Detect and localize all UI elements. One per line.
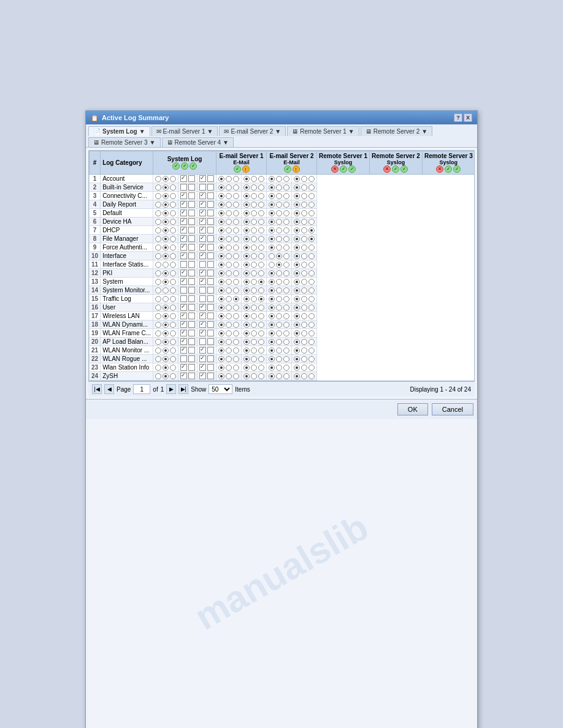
radio-button[interactable] bbox=[283, 313, 289, 319]
checkbox[interactable] bbox=[207, 244, 214, 251]
radio-button[interactable] bbox=[226, 373, 232, 379]
radio-button[interactable] bbox=[170, 270, 176, 276]
radio-button[interactable] bbox=[301, 365, 307, 371]
radio-button[interactable] bbox=[163, 330, 169, 336]
radio-button[interactable] bbox=[243, 356, 250, 362]
radio-button[interactable] bbox=[283, 296, 289, 302]
radio-button[interactable] bbox=[251, 279, 257, 285]
radio-button[interactable] bbox=[218, 210, 224, 216]
radio-button[interactable] bbox=[163, 202, 169, 208]
checkbox[interactable] bbox=[188, 355, 195, 362]
radio-button[interactable] bbox=[269, 356, 275, 362]
radio-button[interactable] bbox=[294, 202, 300, 208]
checkbox[interactable] bbox=[199, 227, 206, 233]
radio-button[interactable] bbox=[251, 339, 257, 345]
radio-button[interactable] bbox=[283, 227, 289, 233]
radio-button[interactable] bbox=[155, 305, 161, 311]
radio-button[interactable] bbox=[155, 236, 161, 242]
radio-button[interactable] bbox=[218, 339, 224, 345]
radio-button[interactable] bbox=[251, 356, 257, 362]
radio-button[interactable] bbox=[301, 245, 307, 251]
radio-button[interactable] bbox=[308, 236, 315, 242]
radio-button[interactable] bbox=[276, 227, 282, 233]
radio-button[interactable] bbox=[269, 184, 275, 191]
radio-button[interactable] bbox=[294, 270, 300, 276]
radio-button[interactable] bbox=[163, 305, 169, 311]
radio-button[interactable] bbox=[163, 245, 169, 251]
radio-button[interactable] bbox=[258, 176, 264, 182]
radio-button[interactable] bbox=[163, 262, 169, 268]
radio-button[interactable] bbox=[258, 245, 264, 251]
show-select[interactable]: 50 25 100 bbox=[209, 384, 232, 394]
checkbox[interactable] bbox=[180, 201, 187, 208]
radio-button[interactable] bbox=[283, 322, 289, 328]
radio-button[interactable] bbox=[269, 296, 275, 302]
radio-button[interactable] bbox=[269, 262, 275, 268]
checkbox[interactable] bbox=[207, 184, 214, 191]
radio-button[interactable] bbox=[283, 279, 289, 285]
radio-button[interactable] bbox=[283, 339, 289, 345]
radio-button[interactable] bbox=[233, 193, 239, 199]
radio-button[interactable] bbox=[251, 287, 257, 294]
radio-button[interactable] bbox=[301, 184, 307, 191]
radio-button[interactable] bbox=[308, 373, 315, 379]
radio-button[interactable] bbox=[163, 270, 169, 276]
radio-button[interactable] bbox=[170, 305, 176, 311]
radio-button[interactable] bbox=[251, 262, 257, 268]
radio-button[interactable] bbox=[294, 347, 300, 354]
radio-button[interactable] bbox=[269, 279, 275, 285]
checkbox[interactable] bbox=[180, 244, 187, 251]
radio-button[interactable] bbox=[233, 365, 239, 371]
radio-button[interactable] bbox=[170, 202, 176, 208]
radio-button[interactable] bbox=[251, 176, 257, 182]
radio-button[interactable] bbox=[276, 184, 282, 191]
radio-button[interactable] bbox=[218, 356, 224, 362]
radio-button[interactable] bbox=[258, 287, 264, 294]
radio-button[interactable] bbox=[251, 210, 257, 216]
radio-button[interactable] bbox=[308, 356, 315, 362]
radio-button[interactable] bbox=[233, 305, 239, 311]
radio-button[interactable] bbox=[294, 339, 300, 345]
radio-button[interactable] bbox=[269, 305, 275, 311]
radio-button[interactable] bbox=[233, 245, 239, 251]
checkbox[interactable] bbox=[207, 330, 214, 336]
radio-button[interactable] bbox=[163, 219, 169, 225]
radio-button[interactable] bbox=[301, 262, 307, 268]
radio-button[interactable] bbox=[170, 219, 176, 225]
checkbox[interactable] bbox=[188, 210, 195, 216]
radio-button[interactable] bbox=[251, 245, 257, 251]
tab-remote1[interactable]: 🖥 Remote Server 1 ▼ bbox=[287, 126, 359, 136]
radio-button[interactable] bbox=[283, 330, 289, 336]
tab-email2-dropdown[interactable]: ▼ bbox=[275, 128, 281, 135]
radio-button[interactable] bbox=[258, 305, 264, 311]
radio-button[interactable] bbox=[276, 339, 282, 345]
radio-button[interactable] bbox=[276, 219, 282, 225]
radio-button[interactable] bbox=[301, 296, 307, 302]
radio-button[interactable] bbox=[233, 176, 239, 182]
radio-button[interactable] bbox=[276, 365, 282, 371]
first-page-button[interactable]: |◀ bbox=[92, 384, 102, 394]
radio-button[interactable] bbox=[163, 365, 169, 371]
radio-button[interactable] bbox=[170, 236, 176, 242]
radio-button[interactable] bbox=[283, 270, 289, 276]
radio-button[interactable] bbox=[294, 219, 300, 225]
radio-button[interactable] bbox=[294, 373, 300, 379]
radio-button[interactable] bbox=[294, 184, 300, 191]
radio-button[interactable] bbox=[233, 210, 239, 216]
radio-button[interactable] bbox=[301, 356, 307, 362]
radio-button[interactable] bbox=[170, 365, 176, 371]
radio-button[interactable] bbox=[243, 193, 250, 199]
radio-button[interactable] bbox=[218, 176, 224, 182]
radio-button[interactable] bbox=[308, 253, 315, 259]
radio-button[interactable] bbox=[301, 313, 307, 319]
radio-button[interactable] bbox=[269, 339, 275, 345]
radio-button[interactable] bbox=[243, 236, 250, 242]
radio-button[interactable] bbox=[308, 270, 315, 276]
radio-button[interactable] bbox=[155, 245, 161, 251]
radio-button[interactable] bbox=[258, 210, 264, 216]
radio-button[interactable] bbox=[170, 253, 176, 259]
tab-remote2-dropdown[interactable]: ▼ bbox=[421, 128, 427, 135]
checkbox[interactable] bbox=[188, 201, 195, 208]
radio-button[interactable] bbox=[301, 176, 307, 182]
radio-button[interactable] bbox=[233, 287, 239, 294]
